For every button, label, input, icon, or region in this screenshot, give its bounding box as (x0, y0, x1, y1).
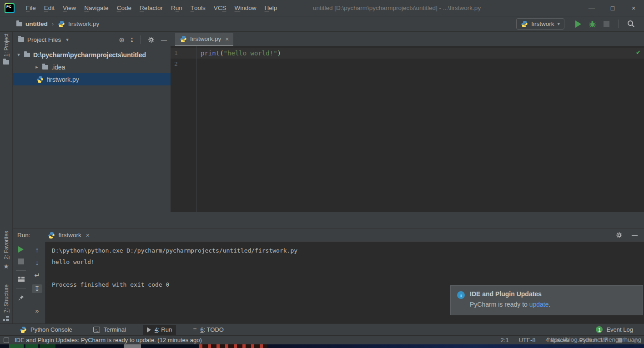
code-line-2 (201, 59, 644, 70)
menu-window[interactable]: Window (231, 0, 261, 16)
debug-button[interactable] (589, 20, 596, 28)
gear-icon[interactable] (616, 232, 623, 239)
sidebar-item-structure[interactable]: 7: Structure (0, 284, 12, 321)
tree-row-firstwork[interactable]: firstwork.py (13, 73, 171, 85)
console-line: D:\python\python.exe D:/pycharm/pycharmp… (52, 245, 644, 256)
code-line-1: print("hello world!") (201, 48, 644, 59)
menu-navigate[interactable]: Navigate (80, 0, 112, 16)
lock-icon (618, 338, 622, 343)
file-encoding[interactable]: UTF-8 (519, 337, 536, 343)
notification-title: IDE and Plugin Updates (470, 290, 550, 298)
search-everywhere-button[interactable] (627, 20, 635, 28)
python-console-label: Python Console (30, 326, 72, 333)
editor-bottom-spacer (171, 212, 644, 228)
scroll-to-end-button[interactable]: ↧ (32, 284, 42, 293)
folder-icon (42, 65, 48, 70)
stop-process-button[interactable] (18, 259, 24, 264)
python-file-icon (58, 20, 65, 28)
editor-tab-bar: firstwork.py × (171, 32, 644, 46)
event-log-button[interactable]: 1 Event Log (596, 326, 633, 333)
locate-file-icon[interactable]: ⊕ (119, 36, 125, 43)
breadcrumb-file[interactable]: firstwork.py (68, 20, 99, 27)
tree-expanded-icon[interactable]: ▾ (16, 52, 21, 58)
more-actions-button[interactable]: » (35, 307, 39, 314)
prev-occurrence-button[interactable]: ↑ (35, 246, 39, 253)
python-icon (48, 232, 55, 239)
menu-run[interactable]: Run (167, 0, 186, 16)
run-toolbar-right: ↑ ↓ ↵ ↧ » (29, 242, 45, 323)
run-button[interactable] (575, 20, 581, 28)
taskbar-fragment (267, 344, 644, 348)
close-icon[interactable]: × (225, 35, 229, 43)
rerun-icon (18, 246, 24, 253)
close-button[interactable]: × (623, 0, 644, 16)
update-link[interactable]: update (529, 301, 549, 308)
gear-icon[interactable] (148, 36, 155, 43)
menu-code[interactable]: Code (113, 0, 136, 16)
status-bar: IDE and Plugin Updates: PyCharm is ready… (0, 335, 644, 344)
chevron-down-icon[interactable]: ▾ (66, 37, 69, 43)
inspections-ok-icon[interactable]: ✔ (636, 49, 641, 56)
stop-button[interactable] (604, 21, 609, 27)
tree-collapsed-icon[interactable]: ▸ (35, 64, 39, 70)
interpreter-label[interactable]: Python 3.7 (579, 337, 608, 343)
pycharm-logo-text: PC (5, 4, 14, 12)
project-tree: ▾ D:\pycharm\pycharmprojects\untitled ▸ … (13, 47, 171, 85)
search-icon (627, 20, 635, 28)
toolwindow-terminal[interactable]: >_ Terminal (89, 325, 130, 335)
sidebar-item-favorites[interactable]: 2: Favorites ★ (0, 231, 12, 270)
pin-tab-button[interactable] (18, 294, 25, 301)
project-view-selector[interactable]: Project Files (27, 36, 61, 43)
breadcrumb-project[interactable]: untitled (25, 20, 48, 27)
maximize-button[interactable]: □ (602, 0, 623, 16)
terminal-label: Terminal (104, 326, 126, 333)
run-configuration-select[interactable]: firstwork ▾ (516, 18, 564, 30)
run-tab-firstwork[interactable]: firstwork × (40, 229, 97, 242)
menu-view[interactable]: View (59, 0, 80, 16)
hector-icon[interactable]: ☺ (632, 337, 639, 344)
terminal-icon: >_ (93, 327, 100, 333)
toolwindow-run[interactable]: 4: Run (143, 325, 176, 335)
toolwindow-python-console[interactable]: Python Console (15, 325, 76, 335)
console-line: hello world! (52, 256, 644, 268)
next-occurrence-button[interactable]: ↓ (35, 259, 39, 266)
collapse-bottom-arrow: ▴ (131, 40, 133, 42)
menu-tools[interactable]: Tools (186, 0, 210, 16)
toolwindow-todo[interactable]: ≡ 6: TODO (189, 325, 228, 335)
caret-position[interactable]: 2:1 (501, 337, 509, 343)
run-tab-label: firstwork (59, 232, 81, 239)
run-panel-title: Run: (17, 232, 30, 239)
toolwindow-switcher-icon[interactable] (4, 338, 9, 343)
toolbar-divider (618, 20, 619, 28)
menu-edit[interactable]: Edit (40, 0, 59, 16)
menu-help[interactable]: Help (261, 0, 282, 16)
sidebar-item-project[interactable]: 1: Project (0, 34, 12, 65)
rerun-button[interactable] (18, 246, 24, 253)
tree-row-idea[interactable]: ▸ .idea (13, 61, 171, 73)
hide-panel-icon[interactable]: — (632, 232, 638, 239)
menu-file[interactable]: File (22, 0, 40, 16)
collapse-all-icon[interactable]: ▾ ▴ (131, 37, 133, 42)
todo-list-icon: ≡ (193, 326, 196, 333)
minimize-button[interactable]: — (581, 0, 602, 16)
pycharm-logo-icon: PC (5, 3, 15, 13)
hide-panel-icon[interactable]: — (161, 36, 167, 43)
editor-tab-firstwork[interactable]: firstwork.py × (175, 33, 233, 46)
code-editor[interactable]: 1 2 print("hello world!") ✔ (171, 46, 644, 212)
menu-vcs[interactable]: VCS (210, 0, 231, 16)
close-icon[interactable]: × (86, 232, 90, 239)
tree-row-root[interactable]: ▾ D:\pycharm\pycharmprojects\untitled (13, 49, 171, 61)
bottom-toolwindow-bar: Python Console >_ Terminal 4: Run ≡ 6: T… (0, 323, 644, 335)
tree-root-label: D:\pycharm\pycharmprojects\untitled (33, 51, 146, 59)
indent-setting[interactable]: 4 spaces (546, 337, 569, 343)
taskbar-fragment (124, 344, 141, 348)
run-configuration-name: firstwork (531, 20, 554, 27)
toolbar-divider (16, 270, 26, 271)
menu-refactor[interactable]: Refactor (136, 0, 167, 16)
toolbar-divider (16, 288, 26, 288)
line-number: 2 (171, 59, 196, 70)
notification-text: PyCharm is ready to (470, 301, 529, 308)
restore-layout-button[interactable] (18, 277, 25, 282)
soft-wrap-button[interactable]: ↵ (34, 272, 40, 278)
stop-icon (18, 259, 24, 264)
